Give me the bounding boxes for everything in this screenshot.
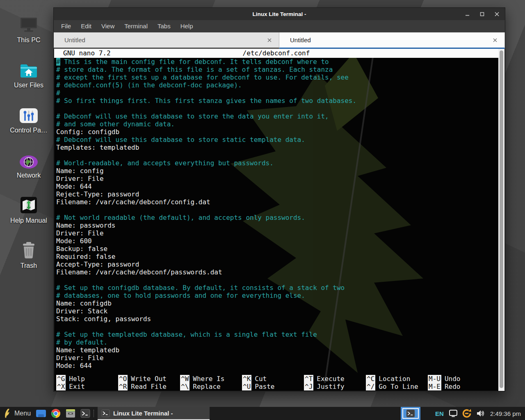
editor-line: # databases, one to hold passwords and o… (56, 292, 496, 299)
launcher-file-manager[interactable] (64, 407, 77, 420)
menu-view[interactable]: View (96, 20, 119, 32)
editor-line (56, 105, 496, 112)
shortcut-label: Where Is (193, 375, 224, 383)
taskbar: Menu Linux Lite Terminal - EN 2:49:36 pm (0, 407, 525, 420)
shortcut-key: ^C (366, 375, 375, 383)
editor-line: Mode: 644 (56, 362, 496, 370)
editor-line: # This is the main config file for debco… (56, 58, 496, 66)
close-tab-icon[interactable] (491, 36, 500, 45)
desktop: This PCUser FilesControl Pa…NetworkHelp … (0, 0, 525, 420)
shortcut-replace: ^\Replace (180, 383, 242, 390)
shortcut-justify: ^JJustify (304, 383, 366, 390)
close-tab-icon[interactable] (265, 36, 274, 45)
editor-line (56, 206, 496, 214)
display-icon[interactable] (449, 409, 458, 418)
tab-bar: UntitledUntitled (54, 32, 505, 49)
editor-line: # and some other dynamic data. (56, 120, 496, 128)
menu-edit[interactable]: Edit (76, 20, 96, 32)
desktop-icon-control-panel[interactable]: Control Pa… (6, 103, 52, 134)
editor-line: Reject-Type: password (56, 190, 496, 198)
desktop-icon-user-files[interactable]: User Files (6, 57, 52, 89)
shortcut-label: Redo (445, 383, 461, 390)
editor-line: Driver: File (56, 354, 496, 362)
terminal-icon (406, 409, 415, 418)
volume-icon[interactable] (476, 409, 485, 418)
editor-line: # Debconf will use this database to stor… (56, 136, 496, 144)
shortcut-go-to-line: ^/Go To Line (366, 383, 428, 390)
start-menu-label: Menu (14, 410, 31, 417)
menu-file[interactable]: File (56, 20, 76, 32)
shortcut-help: ^GHelp (56, 375, 118, 383)
scrollbar-track[interactable] (498, 49, 504, 391)
shortcut-where-is: ^WWhere Is (180, 375, 242, 383)
menu-help[interactable]: Help (176, 20, 198, 32)
tab-2[interactable]: Untitled (279, 32, 505, 49)
menu-terminal[interactable]: Terminal (119, 20, 153, 32)
editor-line: Driver: File (56, 175, 496, 183)
scrollbar-thumb[interactable] (500, 50, 503, 388)
shortcut-label: Exit (69, 383, 85, 390)
close-button[interactable] (493, 11, 500, 17)
keyboard-layout-indicator[interactable]: EN (435, 410, 444, 417)
editor-line: # store data. The format of this file is… (56, 66, 496, 73)
launcher-show-desktop[interactable] (35, 407, 47, 420)
shortcut-cut: ^KCut (242, 375, 304, 383)
shortcut-label: Justify (317, 383, 344, 390)
network-icon (6, 148, 52, 169)
shortcut-row-1: ^GHelp^OWrite Out^WWhere Is^KCut^TExecut… (56, 375, 496, 383)
show-desktop-icon (36, 409, 46, 418)
tray-terminal-button[interactable] (401, 407, 420, 420)
shortcut-label: Cut (255, 375, 267, 383)
editor-line: # Not world readable (the default), and … (56, 214, 496, 221)
minimize-button[interactable] (464, 11, 470, 17)
menu-tabs[interactable]: Tabs (153, 20, 176, 32)
shortcut-read-file: ^RRead File (118, 383, 180, 390)
linux-lite-feather-icon (3, 409, 11, 418)
clock[interactable]: 2:49:36 pm (490, 410, 521, 417)
editor-line: # Set up the configdb database. By defau… (56, 284, 496, 292)
editor-line: # by default. (56, 338, 496, 346)
shortcut-key: ^X (56, 383, 66, 390)
task-button-terminal[interactable]: Linux Lite Terminal - (98, 407, 210, 420)
system-tray: EN 2:49:36 pm (401, 407, 525, 420)
nano-shortcut-bar: ^GHelp^OWrite Out^WWhere Is^KCut^TExecut… (56, 375, 496, 390)
update-notifier-icon[interactable] (461, 408, 472, 419)
editor-line: Stack: config, passwords (56, 315, 496, 323)
editor-line: Mode: 600 (56, 237, 496, 245)
shortcut-key: ^U (242, 383, 251, 390)
quick-launchers (35, 407, 91, 420)
shortcut-label: Replace (193, 383, 220, 390)
editor-line (56, 323, 496, 331)
shortcut-key: ^J (304, 383, 313, 390)
terminal-content[interactable]: GNU nano 7.2 /etc/debconf.conf # This is… (54, 49, 504, 391)
file-manager-icon (65, 409, 76, 418)
launcher-terminal[interactable] (79, 407, 91, 420)
editor-line: # Set up the templatedb database, which … (56, 331, 496, 338)
desktop-icon-label: Help Manual (6, 217, 52, 224)
launcher-chrome[interactable] (50, 407, 62, 420)
task-button-label: Linux Lite Terminal - (113, 410, 173, 417)
editor-line: Required: false (56, 253, 496, 260)
window-title: Linux Lite Terminal - (252, 11, 306, 17)
maximize-button[interactable] (479, 11, 485, 17)
shortcut-label: Help (69, 375, 85, 383)
desktop-icon-label: This PC (6, 37, 52, 44)
desktop-icon-trash[interactable]: Trash (6, 238, 52, 269)
tab-label: Untitled (290, 37, 491, 43)
shortcut-key: ^W (180, 375, 189, 383)
tab-1[interactable]: Untitled (54, 32, 279, 49)
shortcut-key: M-E (428, 383, 441, 390)
editor-line: Filename: /var/cache/debconf/passwords.d… (56, 268, 496, 276)
start-menu-button[interactable]: Menu (0, 407, 35, 420)
desktop-icon-this-pc[interactable]: This PC (6, 12, 52, 44)
editor-area[interactable]: # This is the main config file for debco… (56, 58, 496, 370)
editor-line: Filename: /var/cache/debconf/config.dat (56, 198, 496, 206)
desktop-icon-network[interactable]: Network (6, 148, 52, 179)
editor-line: Backup: false (56, 245, 496, 253)
tab-label: Untitled (64, 37, 265, 43)
menu-bar: FileEditViewTerminalTabsHelp (54, 20, 505, 32)
window-titlebar[interactable]: Linux Lite Terminal - (54, 8, 505, 20)
desktop-icon-help-manual[interactable]: Help Manual (6, 193, 52, 224)
terminal-icon (80, 409, 90, 418)
editor-line: Accept-Type: password (56, 260, 496, 268)
